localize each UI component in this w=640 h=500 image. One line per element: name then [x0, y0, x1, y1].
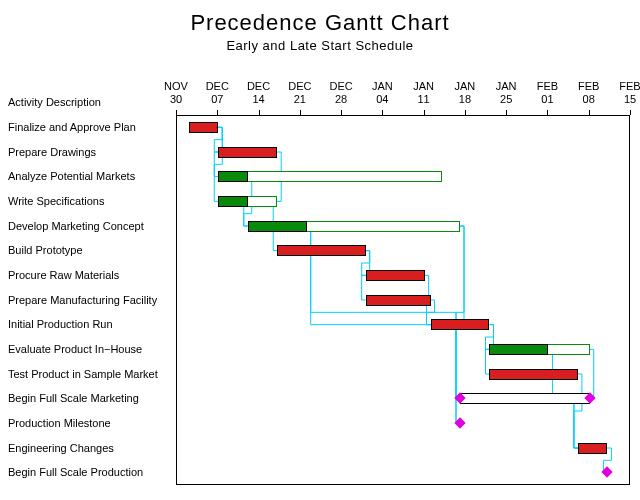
x-tick-day: 18 — [459, 93, 471, 105]
activity-label: Build Prototype — [8, 244, 173, 256]
x-tick: DEC28 — [321, 80, 361, 106]
x-tick-day: 28 — [335, 93, 347, 105]
gantt-chart: Precedence Gantt Chart Early and Late St… — [0, 0, 640, 500]
x-tick: JAN18 — [445, 80, 485, 106]
activity-label: Procure Raw Materials — [8, 269, 173, 281]
x-axis-ticks: NOV30DEC07DEC14DEC21DEC28JAN04JAN11JAN18… — [176, 80, 630, 112]
gantt-bar — [460, 393, 590, 404]
activity-label: Begin Full Scale Production — [8, 466, 173, 478]
activity-label: Initial Production Run — [8, 318, 173, 330]
x-tick-month: JAN — [455, 80, 476, 92]
activity-label: Prepare Manufacturing Facility — [8, 294, 173, 306]
x-tick-month: JAN — [413, 80, 434, 92]
x-tick-day: 15 — [624, 93, 636, 105]
activity-label: Evaluate Product In−House — [8, 343, 173, 355]
x-tick-day: 08 — [583, 93, 595, 105]
x-tick: FEB08 — [569, 80, 609, 106]
activity-label: Develop Marketing Concept — [8, 220, 173, 232]
dependency-link — [574, 374, 582, 448]
chart-subtitle: Early and Late Start Schedule — [0, 38, 640, 53]
x-tick-day: 21 — [294, 93, 306, 105]
dependency-link — [214, 127, 222, 201]
x-tick: DEC07 — [197, 80, 237, 106]
x-tick-day: 30 — [170, 93, 182, 105]
x-tickmark — [176, 110, 177, 115]
x-tick-day: 07 — [211, 93, 223, 105]
x-tick: NOV30 — [156, 80, 196, 106]
x-tick-day: 04 — [376, 93, 388, 105]
activity-label: Production Milestone — [8, 417, 173, 429]
x-tick-month: JAN — [496, 80, 517, 92]
gantt-bar — [218, 196, 247, 207]
activity-label: Finalize and Approve Plan — [8, 121, 173, 133]
x-tick-day: 25 — [500, 93, 512, 105]
x-tick-month: DEC — [247, 80, 270, 92]
chart-title: Precedence Gantt Chart — [0, 10, 640, 36]
gantt-bar — [248, 221, 307, 232]
x-tick-month: JAN — [372, 80, 393, 92]
dependency-link-late — [456, 226, 464, 399]
gantt-bar — [218, 171, 442, 182]
x-tickmark — [300, 110, 301, 115]
x-tickmark — [424, 110, 425, 115]
x-tick-day: 01 — [541, 93, 553, 105]
x-tick: DEC14 — [239, 80, 279, 106]
x-tick-month: FEB — [537, 80, 558, 92]
x-tick: JAN25 — [486, 80, 526, 106]
milestone-diamond — [602, 466, 613, 477]
activity-label: Engineering Changes — [8, 442, 173, 454]
activity-label: Analyze Potential Markets — [8, 170, 173, 182]
x-tick: JAN04 — [362, 80, 402, 106]
x-tick-day: 14 — [252, 93, 264, 105]
x-tickmark — [630, 110, 631, 115]
x-tickmark — [217, 110, 218, 115]
gantt-bar — [189, 122, 218, 133]
activity-label: Prepare Drawings — [8, 146, 173, 158]
gantt-bar — [431, 319, 490, 330]
gantt-bar — [218, 147, 277, 158]
x-tickmark — [506, 110, 507, 115]
x-tick: FEB01 — [527, 80, 567, 106]
x-tick: DEC21 — [280, 80, 320, 106]
gantt-bar — [366, 295, 431, 306]
x-tick-month: DEC — [329, 80, 352, 92]
x-tickmark — [259, 110, 260, 115]
activity-label: Begin Full Scale Marketing — [8, 392, 173, 404]
gantt-bar — [277, 245, 365, 256]
gantt-bar — [489, 369, 577, 380]
x-tick-month: NOV — [164, 80, 188, 92]
x-tickmark — [382, 110, 383, 115]
gantt-bar — [489, 344, 548, 355]
x-tick-month: FEB — [619, 80, 640, 92]
gantt-bar — [218, 171, 247, 182]
x-tick-month: DEC — [288, 80, 311, 92]
x-tickmark — [589, 110, 590, 115]
x-tick: JAN11 — [404, 80, 444, 106]
plot-area — [176, 115, 630, 485]
x-tickmark — [341, 110, 342, 115]
x-tick-day: 11 — [418, 93, 430, 105]
x-tick-month: DEC — [206, 80, 229, 92]
x-tickmark — [465, 110, 466, 115]
gantt-bar — [366, 270, 425, 281]
milestone-diamond — [454, 417, 465, 428]
x-tickmark — [547, 110, 548, 115]
x-tick: FEB15 — [610, 80, 640, 106]
activity-label: Test Product in Sample Market — [8, 368, 173, 380]
activity-label: Write Specifications — [8, 195, 173, 207]
gantt-bar — [578, 443, 607, 454]
yaxis-title: Activity Description — [8, 96, 101, 108]
x-tick-month: FEB — [578, 80, 599, 92]
